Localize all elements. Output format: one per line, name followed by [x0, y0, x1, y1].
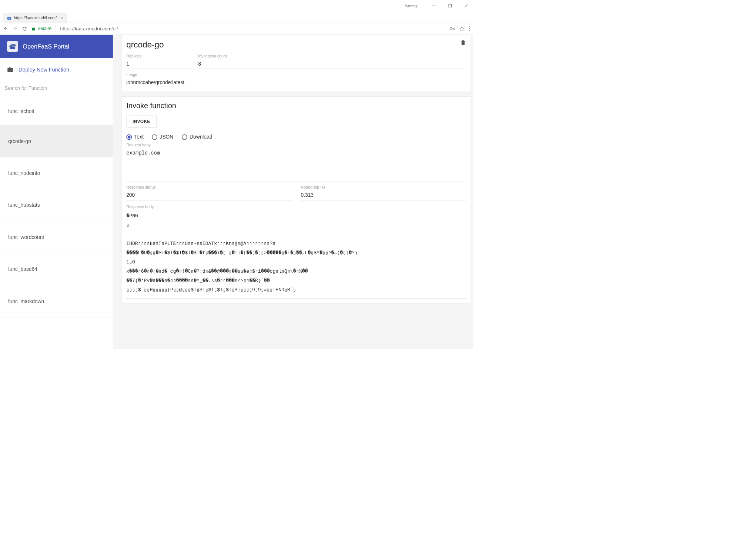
window-close-button[interactable]	[462, 2, 471, 9]
radio-download-label: Download	[190, 134, 212, 140]
sidebar-item-func-echoit[interactable]: func_echoit	[0, 97, 113, 125]
address-bar[interactable]: https://faas.xmudrii.com/ui/	[60, 26, 445, 31]
search-input[interactable]	[5, 83, 108, 93]
key-icon[interactable]	[449, 27, 455, 30]
deploy-label: Deploy New Function	[19, 66, 69, 73]
sidebar-item-func-wordcount[interactable]: func_wordcount	[0, 221, 113, 253]
tab-close-icon[interactable]: ×	[60, 15, 63, 20]
divider	[56, 26, 56, 32]
sidebar-item-func-markdown[interactable]: func_markdown	[0, 285, 113, 317]
response-status-label: Response status	[126, 185, 291, 190]
reload-button[interactable]	[22, 26, 27, 31]
deploy-new-function[interactable]: Deploy New Function	[0, 58, 113, 82]
sidebar-item-func-nodeinfo[interactable]: func_nodeinfo	[0, 157, 113, 189]
request-body-input[interactable]: example.com	[126, 147, 466, 182]
sidebar-item-qrcode-go[interactable]: qrcode-go	[0, 125, 113, 157]
window-minimize-button[interactable]	[429, 2, 438, 9]
radio-text[interactable]: Text	[126, 134, 144, 140]
response-body-output: �PNG ▯ IHDR▯▯▯▯k▯XT▯PLTE▯▯▯U▯▯~▯▯IDATx▯▯…	[126, 211, 466, 298]
delete-function-button[interactable]	[460, 40, 466, 46]
invoke-button[interactable]: INVOKE	[126, 116, 156, 128]
forward-button[interactable]	[13, 26, 18, 31]
lock-icon	[31, 27, 36, 31]
radio-icon	[152, 134, 157, 140]
radio-icon	[182, 134, 187, 140]
replicas-value: 1	[126, 61, 191, 67]
brand-header: OpenFaaS Portal	[0, 35, 113, 58]
brand-title: OpenFaaS Portal	[23, 43, 69, 50]
favicon-icon	[7, 16, 12, 20]
main-content: qrcode-go Replicas 1 Invocation count 8	[113, 35, 473, 349]
sidebar-item-func-base64[interactable]: func_base64	[0, 253, 113, 285]
invocation-count-value: 8	[198, 61, 466, 67]
radio-text-label: Text	[134, 134, 143, 140]
svg-rect-1	[449, 4, 452, 7]
bookmark-star-icon[interactable]	[459, 26, 465, 31]
radio-download[interactable]: Download	[182, 134, 213, 140]
secure-indicator[interactable]: Secure	[31, 26, 51, 31]
radio-icon	[126, 134, 132, 140]
openfaas-logo-icon	[7, 41, 18, 52]
sidebar-item-func-hubstats[interactable]: func_hubstats	[0, 189, 113, 221]
svg-point-10	[469, 28, 470, 29]
image-label: Image	[126, 72, 466, 77]
response-body-label: Response body	[126, 205, 466, 210]
secure-label: Secure	[37, 26, 51, 31]
replicas-label: Replicas	[126, 54, 191, 59]
tab-title: https://faas.xmudrii.com/	[14, 16, 57, 20]
roundtrip-label: Round-trip (s)	[301, 185, 466, 190]
back-button[interactable]	[3, 26, 9, 31]
image-value: johnmccabe/qrcode:latest	[126, 79, 466, 85]
window-username: Sammy	[405, 3, 418, 8]
sidebar: OpenFaaS Portal Deploy New Function func…	[0, 35, 113, 349]
invocation-count-label: Invocation count	[198, 54, 466, 59]
browser-tab[interactable]: https://faas.xmudrii.com/ ×	[3, 13, 66, 23]
function-list: func_echoit qrcode-go func_nodeinfo func…	[0, 97, 113, 349]
invoke-title: Invoke function	[126, 102, 466, 110]
svg-point-9	[469, 26, 470, 27]
roundtrip-value: 0.313	[301, 192, 466, 198]
browser-menu-button[interactable]	[469, 26, 470, 31]
window-maximize-button[interactable]	[445, 2, 455, 9]
radio-json-label: JSON	[160, 134, 174, 140]
function-name: qrcode-go	[126, 40, 164, 49]
response-status-value: 200	[126, 192, 291, 198]
svg-point-11	[469, 30, 470, 31]
request-body-label: Request body	[126, 143, 466, 148]
svg-rect-12	[10, 47, 15, 49]
svg-point-5	[450, 27, 452, 30]
deploy-icon	[7, 66, 14, 73]
radio-json[interactable]: JSON	[152, 134, 173, 140]
